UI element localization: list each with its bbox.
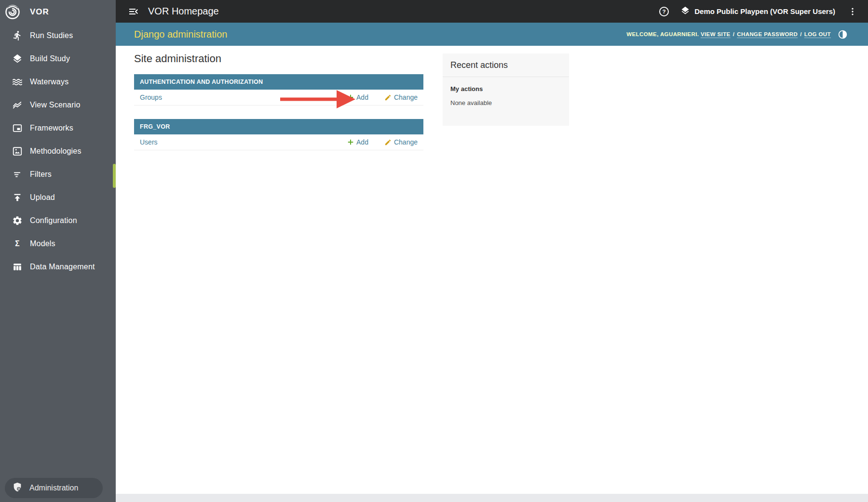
users-link[interactable]: Users [140,138,158,146]
change-password-link[interactable]: CHANGE PASSWORD [737,31,798,37]
vor-logo-icon [4,3,21,21]
sidebar-item-data-management[interactable]: Data Management [0,255,116,278]
view-site-link[interactable]: VIEW SITE [701,31,731,37]
sidebar-item-label: Waterways [30,78,68,86]
pencil-icon [384,94,392,101]
link-separator: / [800,31,802,37]
groups-link[interactable]: Groups [140,93,162,101]
admin-shield-icon [12,482,23,494]
main-column: VOR Homepage ? Demo Public Playpen (VOR … [116,0,868,502]
sidebar-nav: Run Studies Build Study Waterways [0,24,116,278]
sidebar-item-frameworks[interactable]: Frameworks [0,117,116,140]
row-actions: Add Change [347,93,418,101]
sidebar-item-methodologies[interactable]: Methodologies [0,140,116,163]
gear-icon [12,215,23,226]
module-auth: AUTHENTICATION AND AUTHORIZATION Groups … [134,74,423,106]
filter-icon [12,169,23,180]
page-title: Site administration [134,53,423,65]
topbar-right-cluster: ? Demo Public Playpen (VOR Super Users) [658,6,857,17]
sidebar-item-filters[interactable]: Filters [0,163,116,186]
sidebar-item-label: Methodologies [30,147,81,156]
sidebar-item-upload[interactable]: Upload [0,186,116,209]
theme-toggle-icon[interactable] [838,29,848,40]
add-label: Add [356,93,368,101]
sigma-icon: Σ [12,238,23,250]
change-groups-link[interactable]: Change [384,93,418,101]
kebab-menu-icon[interactable] [848,6,857,17]
plus-icon [347,139,354,145]
sidebar-item-configuration[interactable]: Configuration [0,209,116,232]
module-caption: AUTHENTICATION AND AUTHORIZATION [134,74,423,90]
none-available-text: None available [443,92,569,117]
sidebar-item-label: Configuration [30,216,77,225]
sidebar-item-label: Filters [30,170,52,179]
plus-icon [347,94,354,101]
content-area: Site administration AUTHENTICATION AND A… [116,46,868,494]
sidebar-item-view-scenario[interactable]: View Scenario [0,93,116,117]
run-icon [12,30,23,41]
sidebar-item-label: Administration [29,484,78,492]
logout-link[interactable]: LOG OUT [804,31,831,37]
add-groups-link[interactable]: Add [347,93,368,101]
row-actions: Add Change [347,138,418,146]
sidebar-item-label: Build Study [30,54,70,63]
change-label: Change [394,138,418,146]
change-users-link[interactable]: Change [384,138,418,146]
recent-actions-title: Recent actions [443,53,569,77]
model-row-users: Users Add [134,134,423,150]
modules-column: Site administration AUTHENTICATION AND A… [134,53,423,164]
waves-icon [12,76,23,88]
sidebar-item-label: Frameworks [30,124,73,132]
trend-lines-icon [12,99,23,111]
welcome-text: WELCOME, AGUARNIERI. [626,31,699,37]
sidebar-item-label: Models [30,239,55,248]
image-icon [12,145,23,157]
add-users-link[interactable]: Add [347,138,368,146]
top-app-bar: VOR Homepage ? Demo Public Playpen (VOR … [116,0,868,23]
user-tools: WELCOME, AGUARNIERI. VIEW SITE / CHANGE … [626,31,831,37]
module-caption: FRG_VOR [134,119,423,134]
sidebar-item-administration[interactable]: Administration [5,478,103,498]
brand: VOR [0,0,116,24]
playpen-selector[interactable]: Demo Public Playpen (VOR Super Users) [680,6,835,17]
menu-open-icon[interactable] [128,6,139,17]
recent-actions-panel: Recent actions My actions None available [443,53,569,126]
sidebar-item-run-studies[interactable]: Run Studies [0,24,116,47]
app-window: VOR Run Studies Build Study [0,0,868,502]
sidebar-item-label: Run Studies [30,31,73,40]
my-actions-label: My actions [443,77,569,92]
module-frg-vor: FRG_VOR Users Add [134,119,423,150]
layers-icon [12,53,23,65]
svg-text:?: ? [663,9,666,14]
svg-text:Σ: Σ [15,239,19,248]
add-label: Add [356,138,368,146]
sidebar-item-label: Data Management [30,263,95,271]
upload-icon [12,192,23,203]
help-icon[interactable]: ? [658,6,670,17]
link-separator: / [733,31,735,37]
picture-in-picture-icon [12,122,23,134]
bottom-strip [116,494,868,502]
page-header-title: VOR Homepage [148,6,219,17]
model-row-groups: Groups Add [134,90,423,106]
sidebar-item-waterways[interactable]: Waterways [0,70,116,93]
django-admin-title[interactable]: Django administration [134,29,227,40]
brand-label: VOR [30,7,49,17]
sidebar: VOR Run Studies Build Study [0,0,116,502]
sidebar-item-label: Upload [30,193,55,202]
sidebar-item-label: View Scenario [30,101,81,109]
pencil-icon [384,139,392,146]
playpen-label: Demo Public Playpen (VOR Super Users) [694,7,835,15]
sidebar-item-models[interactable]: Σ Models [0,232,116,255]
sidebar-item-build-study[interactable]: Build Study [0,47,116,70]
change-label: Change [394,93,418,101]
table-columns-icon [12,261,23,273]
django-admin-bar: Django administration WELCOME, AGUARNIER… [116,23,868,46]
layers-icon [680,6,690,17]
